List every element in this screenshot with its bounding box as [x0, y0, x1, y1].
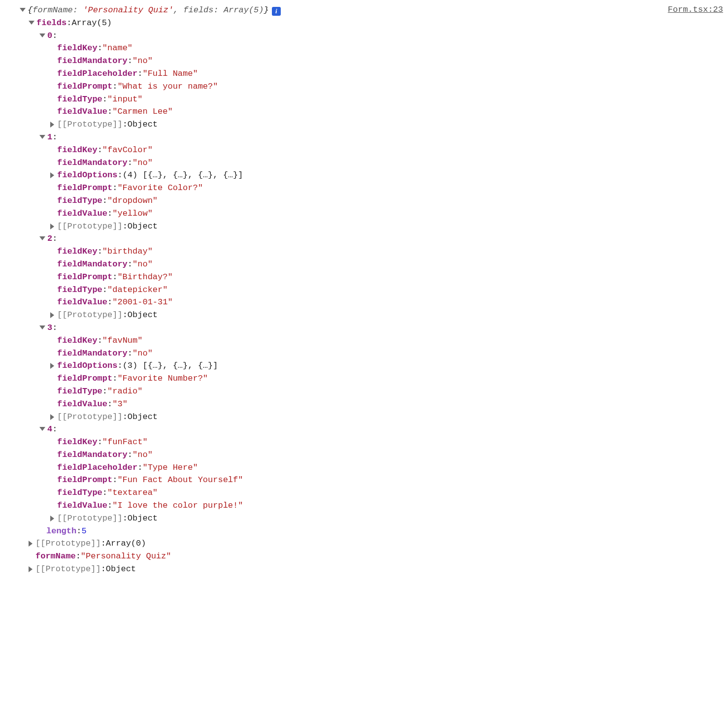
chevron-down-icon[interactable]: [39, 33, 45, 37]
chevron-right-icon[interactable]: [50, 363, 54, 369]
chevron-right-icon[interactable]: [50, 172, 54, 178]
property-key: fieldType: [57, 487, 102, 499]
property-row: fieldType: "radio": [5, 385, 723, 398]
summary-formname-val: 'Personality Quiz': [83, 5, 173, 15]
array-index: 0: [47, 30, 52, 42]
chevron-down-icon[interactable]: [39, 236, 45, 240]
property-value: "2001-01-31": [112, 296, 172, 308]
property-key: fieldType: [57, 284, 102, 296]
array-index-row[interactable]: 3:: [5, 322, 723, 334]
property-key: fieldValue: [57, 208, 107, 220]
property-key: fieldValue: [57, 106, 107, 118]
summary-formname-key: formName:: [33, 5, 83, 15]
chevron-down-icon[interactable]: [20, 8, 26, 12]
property-value: (4) [{…}, {…}, {…}, {…}]: [123, 169, 243, 181]
property-value: "favColor": [102, 144, 153, 156]
chevron-right-icon[interactable]: [29, 566, 33, 572]
brace-close: }: [264, 5, 269, 15]
property-value: "birthday": [102, 246, 153, 258]
property-row: fieldKey: "funFact": [5, 436, 723, 449]
property-row[interactable]: fieldOptions: (3) [{…}, {…}, {…}]: [5, 359, 723, 372]
chevron-down-icon[interactable]: [29, 21, 34, 25]
property-value: "no": [132, 348, 153, 359]
property-value: "3": [112, 398, 128, 410]
prototype-row[interactable]: [[Prototype]]: Object: [5, 309, 723, 322]
prototype-row[interactable]: [[Prototype]]: Object: [5, 118, 723, 131]
array-index: 4: [47, 423, 52, 435]
formname-key: formName: [35, 551, 76, 562]
property-row: fieldMandatory: "no": [5, 347, 723, 360]
property-row: fieldType: "textarea": [5, 487, 723, 499]
property-row: fieldValue: "yellow": [5, 207, 723, 220]
property-key: fieldValue: [57, 296, 107, 308]
array-prototype-row[interactable]: [[Prototype]]: Array(0): [5, 537, 723, 550]
console-output: Form.tsx:23 {formName: 'Personality Quiz…: [0, 0, 728, 585]
prototype-key: [[Prototype]]: [57, 513, 123, 524]
chevron-right-icon[interactable]: [50, 122, 54, 128]
property-row: fieldPrompt: "Birthday?": [5, 271, 723, 284]
object-prototype-row[interactable]: [[Prototype]]: Object: [5, 563, 723, 576]
property-key: fieldPlaceholder: [57, 68, 137, 80]
prototype-row[interactable]: [[Prototype]]: Object: [5, 512, 723, 525]
chevron-right-icon[interactable]: [50, 224, 54, 229]
property-key: fieldType: [57, 94, 102, 105]
property-value: (3) [{…}, {…}, {…}]: [123, 360, 218, 372]
chevron-right-icon[interactable]: [29, 541, 33, 547]
property-row: fieldType: "datepicker": [5, 284, 723, 296]
prototype-key: [[Prototype]]: [35, 538, 101, 550]
property-key: fieldKey: [57, 436, 98, 448]
property-row: fieldValue: "Carmen Lee": [5, 105, 723, 118]
prototype-val: Array(0): [106, 538, 146, 550]
property-value: "Favorite Color?": [117, 182, 202, 194]
array-index: 3: [47, 322, 52, 334]
brace-open: {: [28, 5, 33, 15]
property-row: fieldKey: "favColor": [5, 144, 723, 157]
chevron-down-icon[interactable]: [39, 325, 45, 329]
chevron-right-icon[interactable]: [50, 516, 54, 521]
property-key: fieldOptions: [57, 169, 117, 181]
property-key: fieldMandatory: [57, 348, 128, 359]
object-summary-row[interactable]: {formName: 'Personality Quiz', fields: A…: [5, 4, 668, 17]
prototype-row[interactable]: [[Prototype]]: Object: [5, 411, 723, 423]
property-value: "radio": [107, 386, 142, 397]
property-value: "favNum": [102, 335, 143, 347]
prototype-val: Object: [128, 119, 158, 130]
prototype-key: [[Prototype]]: [35, 563, 101, 575]
array-index-row[interactable]: 1:: [5, 131, 723, 144]
array-index-row[interactable]: 2:: [5, 232, 723, 245]
property-value: "Birthday?": [117, 271, 172, 283]
prototype-row[interactable]: [[Prototype]]: Object: [5, 220, 723, 233]
property-key: fieldValue: [57, 500, 107, 512]
property-row: fieldPrompt: "Favorite Number?": [5, 372, 723, 385]
array-index-row[interactable]: 0:: [5, 30, 723, 42]
property-value: "no": [132, 259, 153, 270]
property-row: fieldMandatory: "no": [5, 258, 723, 271]
property-value: "no": [132, 157, 153, 169]
source-link[interactable]: Form.tsx:23: [668, 4, 723, 16]
property-value: "yellow": [112, 208, 153, 220]
property-value: "Type Here": [142, 462, 198, 474]
property-key: fieldMandatory: [57, 259, 128, 270]
property-key: fieldValue: [57, 398, 107, 410]
array-index-row[interactable]: 4:: [5, 423, 723, 436]
property-key: fieldPrompt: [57, 182, 112, 194]
chevron-right-icon[interactable]: [50, 312, 54, 318]
info-icon[interactable]: i: [272, 7, 281, 16]
chevron-down-icon[interactable]: [39, 135, 45, 139]
property-row[interactable]: fieldOptions: (4) [{…}, {…}, {…}, {…}]: [5, 169, 723, 182]
chevron-right-icon[interactable]: [50, 414, 54, 420]
property-key: fieldMandatory: [57, 449, 128, 461]
prototype-val: Object: [128, 221, 158, 232]
property-row: fieldType: "input": [5, 93, 723, 106]
property-value: "datepicker": [107, 284, 167, 296]
fields-row[interactable]: fields: Array(5): [5, 17, 723, 30]
prototype-key: [[Prototype]]: [57, 119, 123, 130]
length-val: 5: [81, 525, 86, 537]
property-key: fieldMandatory: [57, 55, 128, 67]
property-row: fieldType: "dropdown": [5, 195, 723, 207]
summary-sep: ,: [173, 5, 183, 15]
property-value: "no": [132, 55, 153, 67]
property-value: "What is your name?": [117, 81, 218, 93]
chevron-down-icon[interactable]: [39, 427, 45, 431]
summary-fields-key: fields:: [183, 5, 224, 15]
